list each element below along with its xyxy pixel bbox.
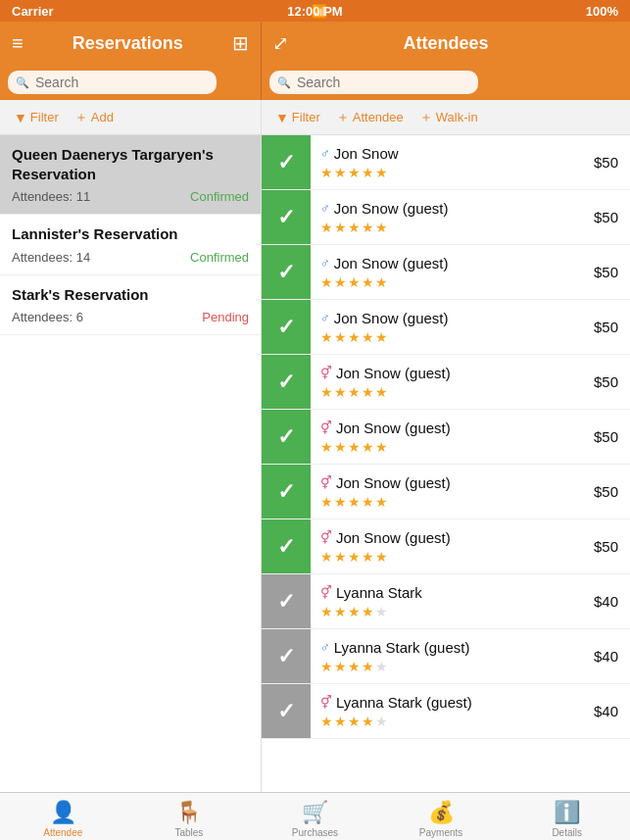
stars-row: ★★★★★: [320, 274, 584, 290]
star-icon: ★: [334, 549, 347, 565]
details-tab-icon: ℹ️: [554, 800, 580, 825]
attendee-price: $50: [594, 519, 630, 573]
tab-purchases[interactable]: 🛒 Purchases: [252, 796, 378, 838]
stars-row: ★★★★★: [320, 659, 584, 674]
star-icon: ★: [348, 604, 361, 619]
star-icon: ★: [375, 384, 388, 400]
star-icon: ★: [348, 329, 361, 345]
add-attendee-button[interactable]: ＋ Attendee: [330, 105, 410, 130]
tab-details[interactable]: ℹ️ Details: [504, 796, 630, 838]
star-icon: ★: [362, 220, 374, 235]
attendee-info: ♂ Jon Snow (guest) ★★★★★: [311, 300, 594, 354]
attendee-row[interactable]: ✓ ♂ Lyanna Stark (guest) ★★★★★ $40: [262, 629, 630, 684]
attendee-name: Lyanna Stark: [336, 584, 422, 601]
reservation-item[interactable]: Queen Daenerys Targaryen's Reservation A…: [0, 135, 261, 215]
check-column[interactable]: ✓: [262, 410, 311, 464]
stars-row: ★★★★★: [320, 549, 584, 565]
list-view-icon[interactable]: ⊞: [232, 31, 249, 55]
star-icon: ★: [362, 384, 374, 400]
add-walkin-button[interactable]: ＋ Walk-in: [413, 105, 484, 130]
attendees-list: ✓ ♂ Jon Snow ★★★★★ $50 ✓ ♂ Jon Snow (gue…: [262, 135, 630, 792]
star-icon: ★: [375, 274, 388, 290]
tab-payments[interactable]: 💰 Payments: [378, 796, 505, 838]
add-button[interactable]: ＋ Add: [69, 105, 120, 130]
nav-right: ⤢ Attendees: [262, 22, 630, 65]
check-column[interactable]: ✓: [262, 684, 311, 738]
attendee-name: Jon Snow (guest): [336, 474, 451, 491]
attendee-row[interactable]: ✓ ⚥ Jon Snow (guest) ★★★★★ $50: [262, 355, 630, 410]
check-column[interactable]: ✓: [262, 465, 311, 519]
gender-icon: ♂: [320, 640, 330, 655]
attendee-row[interactable]: ✓ ♂ Jon Snow ★★★★★ $50: [262, 135, 630, 190]
star-icon: ★: [334, 384, 347, 400]
attendee-name-row: ♂ Jon Snow (guest): [320, 200, 584, 217]
check-column[interactable]: ✓: [262, 629, 311, 683]
star-icon: ★: [334, 329, 347, 345]
star-icon: ★: [375, 494, 388, 510]
purchases-tab-icon: 🛒: [302, 800, 328, 825]
details-tab-label: Details: [552, 827, 582, 838]
attendee-row[interactable]: ✓ ♂ Jon Snow (guest) ★★★★★ $50: [262, 190, 630, 245]
star-icon: ★: [362, 604, 374, 619]
attendee-info: ♂ Lyanna Stark (guest) ★★★★★: [311, 629, 594, 683]
attendee-row[interactable]: ✓ ♂ Jon Snow (guest) ★★★★★ $50: [262, 245, 630, 300]
check-column[interactable]: ✓: [262, 574, 311, 628]
check-column[interactable]: ✓: [262, 355, 311, 409]
left-search-wrapper: [8, 71, 253, 94]
attendee-name-row: ♂ Jon Snow (guest): [320, 310, 584, 326]
attendee-row[interactable]: ✓ ⚥ Lyanna Stark (guest) ★★★★★ $40: [262, 684, 630, 739]
attendee-price: $50: [594, 355, 630, 409]
star-icon: ★: [320, 439, 333, 455]
attendee-tab-label: Attendee: [43, 827, 82, 838]
attendee-row[interactable]: ✓ ⚥ Lyanna Stark ★★★★★ $40: [262, 574, 630, 629]
check-column[interactable]: ✓: [262, 190, 311, 244]
main-content: Queen Daenerys Targaryen's Reservation A…: [0, 135, 630, 792]
right-search-wrapper: [269, 71, 622, 94]
filter-left-button[interactable]: ▼ Filter: [8, 106, 65, 129]
check-column[interactable]: ✓: [262, 245, 311, 299]
attendee-price: $50: [594, 465, 630, 519]
star-icon: ★: [348, 274, 361, 290]
gender-icon: ⚥: [320, 366, 332, 380]
reservation-item[interactable]: Lannister's Reservation Attendees: 14 Co…: [0, 215, 261, 275]
attendee-name-row: ♂ Jon Snow: [320, 145, 584, 162]
checkmark-icon: ✓: [277, 699, 295, 724]
attendee-name-row: ⚥ Jon Snow (guest): [320, 365, 584, 381]
gender-icon: ⚥: [320, 420, 332, 435]
left-search-input[interactable]: [8, 71, 217, 94]
check-column[interactable]: ✓: [262, 135, 311, 189]
tab-tables[interactable]: 🪑 Tables: [126, 796, 253, 838]
checkmark-icon: ✓: [277, 644, 295, 669]
star-icon: ★: [334, 714, 347, 729]
attendee-info: ⚥ Jon Snow (guest) ★★★★★: [311, 355, 594, 409]
right-search-input[interactable]: [269, 71, 478, 94]
checkmark-icon: ✓: [277, 150, 295, 175]
attendee-info: ⚥ Jon Snow (guest) ★★★★★: [311, 410, 594, 464]
attendee-name-row: ⚥ Jon Snow (guest): [320, 474, 584, 491]
reservations-list: Queen Daenerys Targaryen's Reservation A…: [0, 135, 262, 792]
star-icon: ★: [334, 659, 347, 674]
filter-right-button[interactable]: ▼ Filter: [269, 106, 326, 129]
attendee-row[interactable]: ✓ ⚥ Jon Snow (guest) ★★★★★ $50: [262, 410, 630, 465]
check-column[interactable]: ✓: [262, 519, 311, 573]
star-icon: ★: [320, 165, 333, 180]
attendee-row[interactable]: ✓ ♂ Jon Snow (guest) ★★★★★ $50: [262, 300, 630, 355]
star-icon: ★: [320, 220, 333, 235]
reservation-item[interactable]: Stark's Reservation Attendees: 6 Pending: [0, 275, 261, 336]
menu-icon[interactable]: ≡: [12, 32, 24, 55]
check-column[interactable]: ✓: [262, 300, 311, 354]
attendee-price: $40: [594, 684, 630, 738]
star-icon: ★: [375, 549, 388, 565]
tab-attendee[interactable]: 👤 Attendee: [0, 796, 126, 838]
attendee-row[interactable]: ✓ ⚥ Jon Snow (guest) ★★★★★ $50: [262, 519, 630, 574]
toolbar-right: ▼ Filter ＋ Attendee ＋ Walk-in: [262, 100, 630, 134]
tab-bar: 👤 Attendee 🪑 Tables 🛒 Purchases 💰 Paymen…: [0, 792, 630, 840]
attendee-name-row: ♂ Lyanna Stark (guest): [320, 639, 584, 656]
expand-icon[interactable]: ⤢: [272, 31, 289, 55]
search-right: [262, 65, 630, 100]
checkmark-icon: ✓: [277, 205, 295, 230]
attendee-name: Lyanna Stark (guest): [336, 694, 472, 711]
attendee-row[interactable]: ✓ ⚥ Jon Snow (guest) ★★★★★ $50: [262, 465, 630, 519]
tables-tab-icon: 🪑: [175, 800, 202, 825]
search-row: [0, 65, 630, 100]
